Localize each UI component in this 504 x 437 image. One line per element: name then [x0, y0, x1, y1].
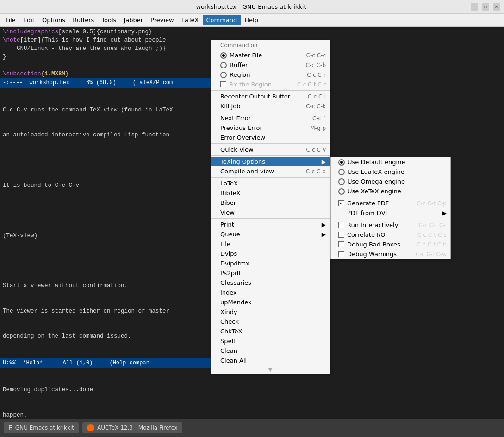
code-line: \note[item]{This is how I find out about…	[3, 36, 208, 44]
region-label: Region	[230, 71, 250, 78]
upmendex-label: upMendex	[220, 299, 252, 306]
menu-error-overview[interactable]: Error Overview	[211, 133, 330, 142]
command-section-label: Command on	[211, 40, 330, 50]
correlate-io-label: Correlate I/O	[347, 231, 385, 238]
latex-label: LaTeX	[220, 180, 238, 187]
submenu-generate-pdf[interactable]: ✓ Generate PDF C-c C-t C-p	[331, 198, 450, 208]
minibuffer: C-c C-v runs the command TeX-view (found…	[0, 88, 211, 358]
default-engine-label: Use Default engine	[348, 159, 405, 166]
separator-4	[211, 155, 330, 156]
radio-region	[220, 72, 227, 78]
taskbar-emacs[interactable]: E GNU Emacs at krikkit	[4, 422, 79, 433]
menu-edit[interactable]: Edit	[19, 15, 38, 25]
check-label: Check	[220, 318, 239, 325]
submenu-sep-2	[331, 219, 450, 219]
print-label: Print	[220, 221, 234, 228]
menu-preview[interactable]: Preview	[147, 15, 178, 25]
menu-prev-error[interactable]: Previous Error M-g p	[211, 123, 330, 133]
run-interactively-label: Run Interactively	[347, 222, 398, 228]
menu-options[interactable]: Options	[38, 15, 69, 25]
menu-dvips[interactable]: Dvips	[211, 249, 330, 259]
taskbar: E GNU Emacs at krikkit AUCTeX 12.3 - Moz…	[0, 419, 504, 437]
generate-pdf-label: Generate PDF	[347, 200, 389, 207]
editor-content[interactable]: \includegraphics[scale=0.5]{cautionary.p…	[0, 27, 211, 78]
pdf-from-dvi-arrow: ▶	[442, 210, 447, 216]
menu-buffer[interactable]: Buffer C-c C-b	[211, 60, 330, 70]
xindy-label: Xindy	[220, 308, 237, 315]
menu-jabber[interactable]: Jabber	[120, 15, 147, 25]
menu-spell[interactable]: Spell	[211, 336, 330, 346]
minimize-button[interactable]: –	[471, 3, 478, 11]
menu-compile-view[interactable]: Compile and view C-c C-a	[211, 166, 330, 176]
menu-xindy[interactable]: Xindy	[211, 307, 330, 317]
recenter-shortcut: C-c C-l	[299, 93, 326, 100]
menu-buffers[interactable]: Buffers	[69, 15, 98, 25]
queue-label: Queue	[220, 231, 240, 238]
texing-options-arrow: ▶	[322, 159, 326, 165]
menu-next-error[interactable]: Next Error C-c `	[211, 113, 330, 123]
code-line: }	[3, 53, 208, 61]
menu-queue[interactable]: Queue ▶	[211, 229, 330, 239]
maximize-button[interactable]: □	[482, 3, 489, 11]
xetex-engine-label: Use XeTeX engine	[348, 188, 401, 195]
emacs-icon: E	[8, 424, 12, 431]
menu-bibtex[interactable]: BibTeX	[211, 188, 330, 198]
master-file-shortcut: C-c C-c	[297, 52, 326, 59]
dvipdfmx-label: Dvipdfmx	[220, 260, 249, 267]
fix-region-label: Fix the Region	[229, 81, 272, 88]
quick-view-shortcut: C-c C-v	[297, 147, 326, 153]
menu-texing-options[interactable]: TeXing Options ▶ Use Default engine Use …	[211, 157, 330, 166]
submenu-pdf-from-dvi[interactable]: PDF from DVI ▶	[331, 208, 450, 218]
menu-index[interactable]: Index	[211, 288, 330, 297]
menu-command[interactable]: Command	[203, 15, 241, 25]
menu-latex[interactable]: LaTeX	[178, 15, 203, 25]
menu-print[interactable]: Print ▶	[211, 220, 330, 229]
menu-recenter[interactable]: Recenter Output Buffer C-c C-l	[211, 92, 330, 101]
menu-dvipdfmx[interactable]: Dvipdfmx	[211, 259, 330, 268]
separator-6	[211, 218, 330, 219]
menu-upmendex[interactable]: upMendex	[211, 297, 330, 307]
menu-region[interactable]: Region C-c C-r	[211, 70, 330, 80]
submenu-sep-1	[331, 197, 450, 197]
main-area: \includegraphics[scale=0.5]{cautionary.p…	[0, 27, 504, 437]
window-controls[interactable]: – □ ✕	[471, 3, 500, 11]
submenu-luatex-engine[interactable]: Use LuaTeX engine	[331, 167, 450, 177]
debug-warnings-label: Debug Warnings	[347, 251, 397, 258]
submenu-correlate-io[interactable]: Correlate I/O C-c C-t C-s	[331, 230, 450, 240]
submenu-debug-warnings[interactable]: Debug Warnings C-c C-t C-w	[331, 249, 450, 259]
menu-file[interactable]: File	[211, 239, 330, 249]
run-interactively-shortcut: C-c C-t C-i	[414, 222, 447, 228]
menu-tools[interactable]: Tools	[98, 15, 120, 25]
next-error-shortcut: C-c `	[303, 115, 326, 122]
menu-quick-view[interactable]: Quick View C-c C-v	[211, 145, 330, 154]
compile-view-shortcut: C-c C-a	[297, 168, 326, 175]
menu-ps2pdf[interactable]: Ps2pdf	[211, 268, 330, 278]
separator-3	[211, 143, 330, 144]
index-label: Index	[220, 289, 237, 296]
menu-file[interactable]: File	[2, 15, 19, 25]
menu-clean-all[interactable]: Clean All	[211, 356, 330, 365]
submenu-debug-bad-boxes[interactable]: Debug Bad Boxes C-c C-t C-b	[331, 240, 450, 249]
menu-glossaries[interactable]: Glossaries	[211, 278, 330, 288]
submenu-default-engine[interactable]: Use Default engine	[331, 157, 450, 167]
menu-clean[interactable]: Clean	[211, 346, 330, 356]
menu-view[interactable]: View	[211, 208, 330, 217]
taskbar-firefox[interactable]: AUCTeX 12.3 - Mozilla Firefox	[82, 422, 182, 433]
submenu-run-interactively[interactable]: Run Interactively C-c C-t C-i	[331, 220, 450, 230]
texing-submenu[interactable]: Use Default engine Use LuaTeX engine Use…	[330, 157, 451, 259]
print-arrow: ▶	[322, 222, 326, 228]
menu-fix-region[interactable]: Fix the Region C-c C-t C-r	[211, 80, 330, 89]
prev-error-label: Previous Error	[220, 124, 262, 131]
menu-help[interactable]: Help	[241, 15, 262, 25]
menu-biber[interactable]: Biber	[211, 198, 330, 208]
menu-check[interactable]: Check	[211, 317, 330, 326]
debug-bad-boxes-shortcut: C-c C-t C-b	[412, 241, 447, 248]
close-button[interactable]: ✕	[493, 3, 500, 11]
menu-chktex[interactable]: ChkTeX	[211, 326, 330, 336]
menu-kill-job[interactable]: Kill Job C-c C-k	[211, 101, 330, 111]
submenu-xetex-engine[interactable]: Use XeTeX engine	[331, 186, 450, 196]
command-menu[interactable]: Command on Master File C-c C-c Buffer C-…	[211, 40, 330, 374]
menu-master-file[interactable]: Master File C-c C-c	[211, 50, 330, 60]
menu-latex[interactable]: LaTeX	[211, 178, 330, 188]
submenu-omega-engine[interactable]: Use Omega engine	[331, 177, 450, 186]
